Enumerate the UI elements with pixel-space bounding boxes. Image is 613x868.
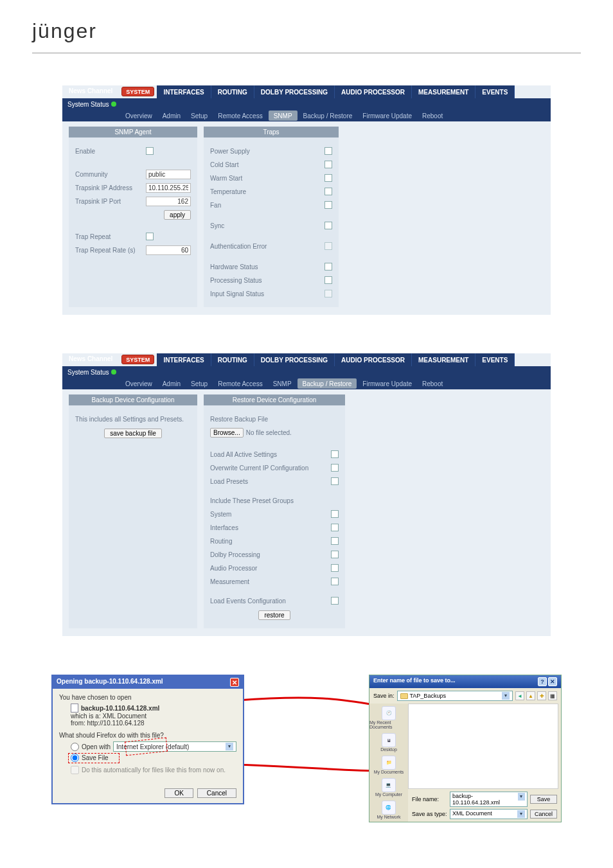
savetype-dropdown[interactable]: XML Document▾ — [450, 809, 528, 819]
browse-button[interactable]: Browse... — [210, 428, 244, 438]
group-checkbox[interactable] — [331, 537, 339, 545]
back-icon[interactable]: ◄ — [515, 691, 524, 700]
community-input[interactable] — [146, 170, 191, 179]
trapsink-ip-label: Trapsink IP Address — [75, 184, 146, 191]
auto-checkbox[interactable] — [71, 766, 79, 774]
subtab-setup[interactable]: Setup — [186, 110, 213, 121]
file-list-area[interactable] — [408, 704, 558, 789]
trap-checkbox[interactable] — [324, 201, 332, 209]
opt-label: Load All Active Settings — [210, 451, 331, 458]
folder-icon — [400, 693, 408, 699]
filename-input[interactable]: backup-10.110.64.128.xml▾ — [450, 792, 528, 807]
trap-item: Sync — [210, 222, 324, 229]
savein-label: Save in: — [373, 693, 395, 699]
tab-routing[interactable]: ROUTING — [211, 85, 254, 98]
trap-checkbox[interactable] — [324, 222, 332, 229]
device-name: News Channel — [62, 85, 119, 98]
trap-repeat-rate-label: Trap Repeat Rate (s) — [75, 247, 146, 254]
tab-interfaces[interactable]: INTERFACES — [157, 353, 211, 366]
tab-events[interactable]: EVENTS — [475, 353, 515, 366]
side-desktop[interactable]: 🖥Desktop — [380, 733, 397, 752]
new-folder-icon[interactable]: ✚ — [537, 691, 546, 700]
tab-dolby[interactable]: DOLBY PROCESSING — [254, 85, 335, 98]
subtab-remote[interactable]: Remote Access — [213, 110, 267, 121]
tab-routing[interactable]: ROUTING — [211, 353, 254, 366]
side-my-network[interactable]: 🌐My Network — [377, 801, 401, 819]
trap-checkbox[interactable] — [324, 161, 332, 168]
admin-panel-snmp: News Channel SYSTEM INTERFACES ROUTING D… — [62, 85, 551, 315]
opt-checkbox[interactable] — [331, 450, 339, 458]
trap-checkbox[interactable] — [324, 188, 332, 195]
group-checkbox[interactable] — [331, 551, 339, 558]
trap-item: Cold Start — [210, 161, 324, 168]
trap-checkbox[interactable] — [324, 263, 332, 270]
tab-dolby[interactable]: DOLBY PROCESSING — [254, 353, 335, 366]
trapsink-port-input[interactable] — [146, 197, 191, 206]
trap-repeat-checkbox[interactable] — [146, 233, 154, 240]
group-checkbox[interactable] — [331, 578, 339, 585]
opt-checkbox[interactable] — [331, 477, 339, 485]
save-backup-button[interactable]: save backup file — [104, 429, 162, 438]
cancel-button[interactable]: Cancel — [197, 788, 236, 798]
subtab-firmware[interactable]: Firmware Update — [357, 378, 417, 389]
trap-repeat-rate-input[interactable] — [146, 245, 191, 255]
savein-dropdown[interactable]: TAP_Backups ▾ — [397, 691, 513, 701]
opt-checkbox[interactable] — [331, 464, 339, 472]
help-icon[interactable]: ? — [538, 677, 547, 686]
open-with-radio[interactable] — [71, 743, 79, 751]
side-my-computer[interactable]: 💻My Computer — [375, 778, 402, 797]
preset-group-header: Include These Preset Groups — [210, 497, 294, 504]
trap-checkbox[interactable] — [324, 290, 332, 297]
chevron-down-icon: ▾ — [517, 810, 525, 818]
subtab-backup[interactable]: Backup / Restore — [298, 378, 357, 389]
subtab-overview[interactable]: Overview — [120, 378, 157, 389]
trap-checkbox[interactable] — [324, 147, 332, 155]
system-button[interactable]: SYSTEM — [121, 87, 154, 96]
subtab-admin[interactable]: Admin — [157, 110, 186, 121]
apply-button[interactable]: apply — [164, 210, 191, 220]
subtab-snmp[interactable]: SNMP — [269, 111, 298, 121]
tab-interfaces[interactable]: INTERFACES — [157, 85, 211, 98]
cancel-button[interactable]: Cancel — [530, 810, 557, 819]
status-dot-icon — [111, 102, 116, 107]
events-cfg-checkbox[interactable] — [331, 597, 339, 605]
subtab-firmware[interactable]: Firmware Update — [357, 110, 417, 121]
trap-checkbox[interactable] — [324, 276, 332, 284]
side-my-documents[interactable]: 📁My Documents — [374, 756, 404, 774]
ok-button[interactable]: OK — [164, 788, 193, 798]
opt-label: Overwrite Current IP Configuration — [210, 465, 331, 472]
tab-measurement[interactable]: MEASUREMENT — [412, 353, 475, 366]
tab-audio[interactable]: AUDIO PROCESSOR — [335, 85, 412, 98]
subtab-setup[interactable]: Setup — [186, 378, 213, 389]
trapsink-ip-input[interactable] — [146, 183, 191, 193]
subtab-remote[interactable]: Remote Access — [213, 378, 267, 389]
group-checkbox[interactable] — [331, 510, 339, 518]
tab-measurement[interactable]: MEASUREMENT — [412, 85, 475, 98]
subtab-admin[interactable]: Admin — [157, 378, 186, 389]
subtab-reboot[interactable]: Reboot — [417, 378, 448, 389]
trap-checkbox[interactable] — [324, 242, 332, 250]
up-icon[interactable]: ▲ — [526, 691, 535, 700]
trap-checkbox[interactable] — [324, 174, 332, 182]
save-button[interactable]: Save — [530, 795, 557, 804]
enable-checkbox[interactable] — [146, 147, 154, 155]
trap-item: Processing Status — [210, 277, 324, 284]
subtab-reboot[interactable]: Reboot — [417, 110, 448, 121]
chevron-down-icon: ▾ — [518, 793, 525, 801]
tab-events[interactable]: EVENTS — [475, 85, 515, 98]
trap-item: Power Supply — [210, 148, 324, 155]
tab-audio[interactable]: AUDIO PROCESSOR — [335, 353, 412, 366]
save-as-dialog: Enter name of file to save to... ?✕ Save… — [369, 675, 562, 822]
group-checkbox[interactable] — [331, 524, 339, 531]
views-icon[interactable]: ▦ — [548, 691, 557, 700]
restore-button[interactable]: restore — [258, 610, 290, 620]
group-checkbox[interactable] — [331, 564, 339, 572]
subtab-overview[interactable]: Overview — [120, 110, 157, 121]
ff-title: Opening backup-10.110.64.128.xml — [57, 678, 163, 687]
close-icon[interactable]: ✕ — [230, 678, 239, 687]
close-icon[interactable]: ✕ — [548, 677, 557, 686]
side-my-recent[interactable]: 🕘My Recent Documents — [369, 706, 408, 729]
subtab-snmp[interactable]: SNMP — [268, 378, 297, 389]
system-button[interactable]: SYSTEM — [121, 355, 154, 364]
subtab-backup[interactable]: Backup / Restore — [298, 110, 358, 121]
